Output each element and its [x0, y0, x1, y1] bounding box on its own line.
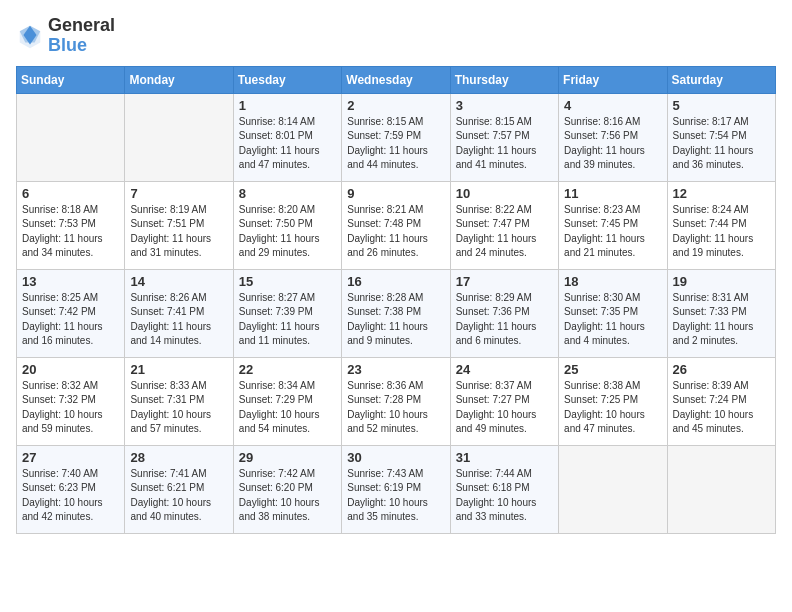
day-info: Sunrise: 8:32 AM Sunset: 7:32 PM Dayligh… [22, 379, 119, 437]
day-number: 26 [673, 362, 770, 377]
day-number: 22 [239, 362, 336, 377]
day-number: 13 [22, 274, 119, 289]
day-info: Sunrise: 8:22 AM Sunset: 7:47 PM Dayligh… [456, 203, 553, 261]
day-info: Sunrise: 8:28 AM Sunset: 7:38 PM Dayligh… [347, 291, 444, 349]
day-number: 11 [564, 186, 661, 201]
weekday-header-friday: Friday [559, 66, 667, 93]
day-number: 25 [564, 362, 661, 377]
page-header: General Blue [16, 16, 776, 56]
calendar-cell: 8Sunrise: 8:20 AM Sunset: 7:50 PM Daylig… [233, 181, 341, 269]
calendar-cell [125, 93, 233, 181]
calendar-cell: 29Sunrise: 7:42 AM Sunset: 6:20 PM Dayli… [233, 445, 341, 533]
day-info: Sunrise: 8:36 AM Sunset: 7:28 PM Dayligh… [347, 379, 444, 437]
calendar-cell: 28Sunrise: 7:41 AM Sunset: 6:21 PM Dayli… [125, 445, 233, 533]
calendar-cell: 9Sunrise: 8:21 AM Sunset: 7:48 PM Daylig… [342, 181, 450, 269]
day-info: Sunrise: 8:31 AM Sunset: 7:33 PM Dayligh… [673, 291, 770, 349]
day-number: 16 [347, 274, 444, 289]
day-number: 23 [347, 362, 444, 377]
weekday-header-row: SundayMondayTuesdayWednesdayThursdayFrid… [17, 66, 776, 93]
calendar-cell: 30Sunrise: 7:43 AM Sunset: 6:19 PM Dayli… [342, 445, 450, 533]
day-number: 2 [347, 98, 444, 113]
day-info: Sunrise: 8:18 AM Sunset: 7:53 PM Dayligh… [22, 203, 119, 261]
calendar-week-3: 13Sunrise: 8:25 AM Sunset: 7:42 PM Dayli… [17, 269, 776, 357]
logo-text: General Blue [48, 16, 115, 56]
calendar-cell: 24Sunrise: 8:37 AM Sunset: 7:27 PM Dayli… [450, 357, 558, 445]
day-info: Sunrise: 8:23 AM Sunset: 7:45 PM Dayligh… [564, 203, 661, 261]
calendar-cell: 16Sunrise: 8:28 AM Sunset: 7:38 PM Dayli… [342, 269, 450, 357]
weekday-header-monday: Monday [125, 66, 233, 93]
day-number: 28 [130, 450, 227, 465]
calendar-cell [17, 93, 125, 181]
day-info: Sunrise: 8:27 AM Sunset: 7:39 PM Dayligh… [239, 291, 336, 349]
calendar-body: 1Sunrise: 8:14 AM Sunset: 8:01 PM Daylig… [17, 93, 776, 533]
day-number: 9 [347, 186, 444, 201]
day-info: Sunrise: 8:38 AM Sunset: 7:25 PM Dayligh… [564, 379, 661, 437]
calendar-week-4: 20Sunrise: 8:32 AM Sunset: 7:32 PM Dayli… [17, 357, 776, 445]
calendar-cell: 11Sunrise: 8:23 AM Sunset: 7:45 PM Dayli… [559, 181, 667, 269]
weekday-header-wednesday: Wednesday [342, 66, 450, 93]
day-info: Sunrise: 8:19 AM Sunset: 7:51 PM Dayligh… [130, 203, 227, 261]
day-info: Sunrise: 8:17 AM Sunset: 7:54 PM Dayligh… [673, 115, 770, 173]
day-number: 30 [347, 450, 444, 465]
day-number: 21 [130, 362, 227, 377]
logo-icon [16, 22, 44, 50]
day-info: Sunrise: 8:15 AM Sunset: 7:57 PM Dayligh… [456, 115, 553, 173]
calendar-cell: 5Sunrise: 8:17 AM Sunset: 7:54 PM Daylig… [667, 93, 775, 181]
day-number: 4 [564, 98, 661, 113]
calendar-cell: 27Sunrise: 7:40 AM Sunset: 6:23 PM Dayli… [17, 445, 125, 533]
calendar-cell: 21Sunrise: 8:33 AM Sunset: 7:31 PM Dayli… [125, 357, 233, 445]
day-number: 27 [22, 450, 119, 465]
calendar-cell: 6Sunrise: 8:18 AM Sunset: 7:53 PM Daylig… [17, 181, 125, 269]
day-number: 8 [239, 186, 336, 201]
day-number: 20 [22, 362, 119, 377]
day-info: Sunrise: 8:33 AM Sunset: 7:31 PM Dayligh… [130, 379, 227, 437]
calendar-cell: 13Sunrise: 8:25 AM Sunset: 7:42 PM Dayli… [17, 269, 125, 357]
day-info: Sunrise: 7:41 AM Sunset: 6:21 PM Dayligh… [130, 467, 227, 525]
day-info: Sunrise: 8:20 AM Sunset: 7:50 PM Dayligh… [239, 203, 336, 261]
day-number: 17 [456, 274, 553, 289]
day-number: 1 [239, 98, 336, 113]
day-number: 7 [130, 186, 227, 201]
day-info: Sunrise: 8:16 AM Sunset: 7:56 PM Dayligh… [564, 115, 661, 173]
calendar-cell: 2Sunrise: 8:15 AM Sunset: 7:59 PM Daylig… [342, 93, 450, 181]
calendar-cell: 15Sunrise: 8:27 AM Sunset: 7:39 PM Dayli… [233, 269, 341, 357]
calendar-cell [559, 445, 667, 533]
weekday-header-thursday: Thursday [450, 66, 558, 93]
day-info: Sunrise: 8:29 AM Sunset: 7:36 PM Dayligh… [456, 291, 553, 349]
day-number: 19 [673, 274, 770, 289]
day-number: 24 [456, 362, 553, 377]
day-info: Sunrise: 7:44 AM Sunset: 6:18 PM Dayligh… [456, 467, 553, 525]
calendar-cell: 1Sunrise: 8:14 AM Sunset: 8:01 PM Daylig… [233, 93, 341, 181]
day-number: 10 [456, 186, 553, 201]
day-info: Sunrise: 8:24 AM Sunset: 7:44 PM Dayligh… [673, 203, 770, 261]
calendar-week-5: 27Sunrise: 7:40 AM Sunset: 6:23 PM Dayli… [17, 445, 776, 533]
day-info: Sunrise: 8:15 AM Sunset: 7:59 PM Dayligh… [347, 115, 444, 173]
calendar-cell: 12Sunrise: 8:24 AM Sunset: 7:44 PM Dayli… [667, 181, 775, 269]
weekday-header-saturday: Saturday [667, 66, 775, 93]
day-number: 5 [673, 98, 770, 113]
calendar-cell: 22Sunrise: 8:34 AM Sunset: 7:29 PM Dayli… [233, 357, 341, 445]
calendar-cell: 17Sunrise: 8:29 AM Sunset: 7:36 PM Dayli… [450, 269, 558, 357]
day-info: Sunrise: 8:37 AM Sunset: 7:27 PM Dayligh… [456, 379, 553, 437]
logo: General Blue [16, 16, 115, 56]
weekday-header-sunday: Sunday [17, 66, 125, 93]
calendar-cell: 7Sunrise: 8:19 AM Sunset: 7:51 PM Daylig… [125, 181, 233, 269]
calendar-cell: 23Sunrise: 8:36 AM Sunset: 7:28 PM Dayli… [342, 357, 450, 445]
day-info: Sunrise: 7:40 AM Sunset: 6:23 PM Dayligh… [22, 467, 119, 525]
day-info: Sunrise: 8:34 AM Sunset: 7:29 PM Dayligh… [239, 379, 336, 437]
day-info: Sunrise: 8:30 AM Sunset: 7:35 PM Dayligh… [564, 291, 661, 349]
calendar-week-1: 1Sunrise: 8:14 AM Sunset: 8:01 PM Daylig… [17, 93, 776, 181]
day-info: Sunrise: 8:21 AM Sunset: 7:48 PM Dayligh… [347, 203, 444, 261]
calendar-cell: 3Sunrise: 8:15 AM Sunset: 7:57 PM Daylig… [450, 93, 558, 181]
calendar-cell: 20Sunrise: 8:32 AM Sunset: 7:32 PM Dayli… [17, 357, 125, 445]
day-info: Sunrise: 8:26 AM Sunset: 7:41 PM Dayligh… [130, 291, 227, 349]
calendar-cell: 14Sunrise: 8:26 AM Sunset: 7:41 PM Dayli… [125, 269, 233, 357]
day-info: Sunrise: 7:42 AM Sunset: 6:20 PM Dayligh… [239, 467, 336, 525]
day-number: 15 [239, 274, 336, 289]
day-info: Sunrise: 8:25 AM Sunset: 7:42 PM Dayligh… [22, 291, 119, 349]
day-number: 6 [22, 186, 119, 201]
calendar-cell: 25Sunrise: 8:38 AM Sunset: 7:25 PM Dayli… [559, 357, 667, 445]
calendar-cell: 18Sunrise: 8:30 AM Sunset: 7:35 PM Dayli… [559, 269, 667, 357]
day-number: 14 [130, 274, 227, 289]
day-number: 29 [239, 450, 336, 465]
